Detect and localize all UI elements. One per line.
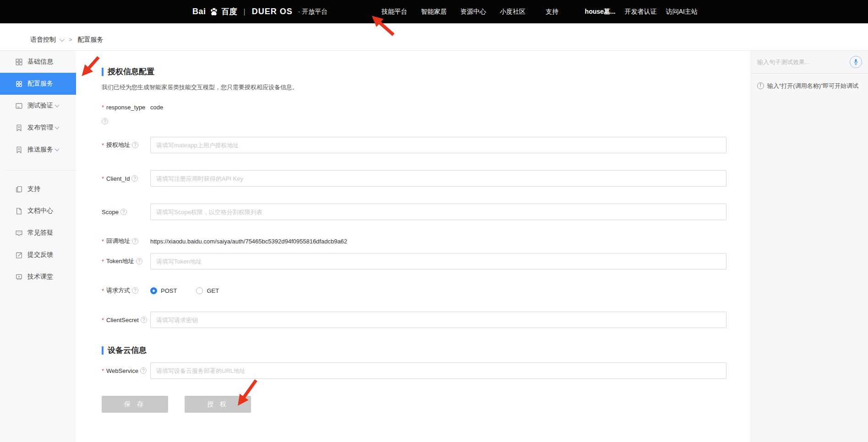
sidebar-divider: [6, 170, 76, 171]
open-platform-label: · 开放平台: [298, 8, 328, 16]
help-icon[interactable]: ?: [140, 367, 147, 374]
test-input-row: [751, 51, 868, 74]
nav-link-ai-site[interactable]: 访问AI主站: [666, 8, 698, 16]
chevron-down-icon: [60, 36, 65, 41]
field-label: * 授权地址 ?: [102, 141, 150, 149]
nav-link-developer-cert[interactable]: 开发者认证: [625, 8, 657, 16]
dueros-logo-text: DUER OS: [252, 7, 293, 16]
clover-icon: [15, 80, 23, 88]
microphone-button[interactable]: [850, 56, 862, 68]
sidebar-item-tech-class[interactable]: 技术课堂: [0, 266, 76, 288]
brand-logo[interactable]: Bai 百度 | DUER OS · 开放平台: [192, 6, 328, 17]
nav-link-smart-home[interactable]: 智能家居: [420, 6, 448, 18]
web-service-input[interactable]: [150, 362, 726, 379]
test-sentence-input[interactable]: [757, 59, 846, 65]
radio-get[interactable]: GET: [196, 287, 219, 294]
copy-icon: [15, 185, 23, 193]
required-marker: *: [102, 104, 104, 111]
field-label: Scope ?: [102, 209, 150, 216]
help-icon[interactable]: ?: [131, 175, 138, 182]
section-accent-bar: [102, 346, 104, 355]
help-icon[interactable]: ?: [136, 258, 142, 264]
doc-card-icon: [15, 102, 23, 110]
field-label: * WebService ?: [102, 367, 150, 374]
chat-dots-icon: [15, 229, 23, 237]
top-navbar: Bai 百度 | DUER OS · 开放平台 技能平台 智能家居 资源中心 小…: [0, 0, 868, 23]
nav-link-resource-center[interactable]: 资源中心: [459, 6, 487, 18]
sidebar-item-faq[interactable]: 常见答疑: [0, 222, 76, 244]
section-title: 设备云信息: [108, 345, 147, 356]
request-method-options: POST GET: [150, 287, 219, 294]
user-menu[interactable]: house墓...: [585, 8, 616, 16]
callback-url-value: https://xiaodu.baidu.com/saiya/auth/7546…: [150, 238, 347, 245]
form-rows: * 授权地址 ? * Client_Id ? Scope ? *: [102, 137, 726, 328]
section-auth-config: 授权信息配置: [102, 66, 726, 77]
nav-link-support[interactable]: 支持: [545, 6, 559, 18]
user-nav: house墓... 开发者认证 访问AI主站: [585, 8, 698, 16]
radio-post[interactable]: POST: [150, 287, 177, 294]
save-button[interactable]: 保 存: [102, 396, 168, 413]
sidebar-item-config-service[interactable]: 配置服务: [0, 73, 76, 95]
nav-link-xiaodu-community[interactable]: 小度社区: [499, 6, 526, 18]
sidebar-item-label: 支持: [27, 185, 40, 193]
auth-url-row: * 授权地址 ?: [102, 137, 726, 153]
radio-unselected-icon: [196, 287, 203, 294]
token-url-row: * Token地址 ?: [102, 253, 726, 270]
response-type-row: * response_type code: [102, 104, 726, 111]
sidebar-item-test-verify[interactable]: 测试验证: [0, 95, 76, 117]
breadcrumb-separator: >: [69, 36, 72, 43]
sidebar-item-push-service[interactable]: 推送服务: [0, 139, 76, 161]
help-icon[interactable]: ?: [120, 209, 127, 215]
sidebar-item-label: 文档中心: [27, 207, 53, 215]
nav-link-skill-platform[interactable]: 技能平台: [381, 6, 408, 18]
help-icon[interactable]: ?: [132, 287, 138, 294]
presentation-play-icon: [15, 273, 23, 281]
authorize-button[interactable]: 授 权: [185, 396, 251, 413]
help-icon[interactable]: ?: [132, 238, 138, 244]
logo-separator: |: [244, 8, 246, 16]
bookmark-plus-icon: [15, 146, 23, 154]
sidebar-item-label: 推送服务: [27, 146, 53, 154]
section-description: 我们已经为您生成智能家居类技能交互模型，您只需要授权相应设备信息。: [102, 83, 726, 92]
help-icon[interactable]: ?: [132, 142, 138, 148]
sidebar-item-label: 技术课堂: [27, 273, 53, 281]
field-label: * Client_Id ?: [102, 175, 150, 182]
client-secret-input[interactable]: [150, 312, 726, 328]
breadcrumb-current: 配置服务: [78, 36, 104, 44]
client-id-input[interactable]: [150, 170, 726, 187]
baidu-logo-cn: 百度: [222, 6, 237, 17]
help-icon[interactable]: ?: [102, 118, 108, 124]
sidebar-item-basic-info[interactable]: 基础信息: [0, 51, 76, 73]
breadcrumb-parent[interactable]: 语音控制: [30, 36, 63, 44]
primary-nav: 技能平台 智能家居 资源中心 小度社区 支持: [381, 6, 559, 18]
field-label: * 回调地址 ?: [102, 237, 150, 245]
sidebar-item-support[interactable]: 支持: [0, 178, 76, 200]
field-label: * response_type: [102, 104, 150, 111]
token-url-input[interactable]: [150, 253, 726, 270]
action-buttons: 保 存 授 权: [102, 396, 726, 413]
test-panel-tip: ! 输入“打开(调用名称)”即可开始调试: [757, 82, 862, 90]
sidebar: 基础信息 配置服务 测试验证 发布管理 推送服务 支持 文档中心 常见答疑 提交…: [0, 51, 76, 442]
scope-input[interactable]: [150, 204, 726, 220]
mic-icon: [853, 59, 859, 65]
breadcrumb-parent-label: 语音控制: [30, 36, 56, 44]
field-label: * Token地址 ?: [102, 257, 150, 265]
bookmark-plus-icon: [15, 124, 23, 132]
auth-url-input[interactable]: [150, 137, 726, 153]
required-marker: *: [102, 287, 104, 294]
field-label: * 请求方式 ?: [102, 286, 150, 295]
radio-selected-icon: [150, 287, 157, 294]
request-method-row: * 请求方式 ? POST GET: [102, 286, 726, 295]
sidebar-item-feedback[interactable]: 提交反馈: [0, 244, 76, 266]
chevron-down-icon: [55, 103, 60, 108]
chevron-down-icon: [55, 125, 60, 129]
sidebar-item-publish-manage[interactable]: 发布管理: [0, 117, 76, 139]
sidebar-item-label: 基础信息: [27, 58, 53, 66]
required-marker: *: [102, 317, 104, 323]
sidebar-item-doc-center[interactable]: 文档中心: [0, 200, 76, 222]
tip-text: 输入“打开(调用名称)”即可开始调试: [767, 82, 858, 90]
required-marker: *: [102, 367, 104, 374]
response-type-value: code: [150, 104, 163, 111]
client-secret-row: * ClientSecret ?: [102, 312, 726, 328]
help-icon[interactable]: ?: [141, 317, 147, 323]
